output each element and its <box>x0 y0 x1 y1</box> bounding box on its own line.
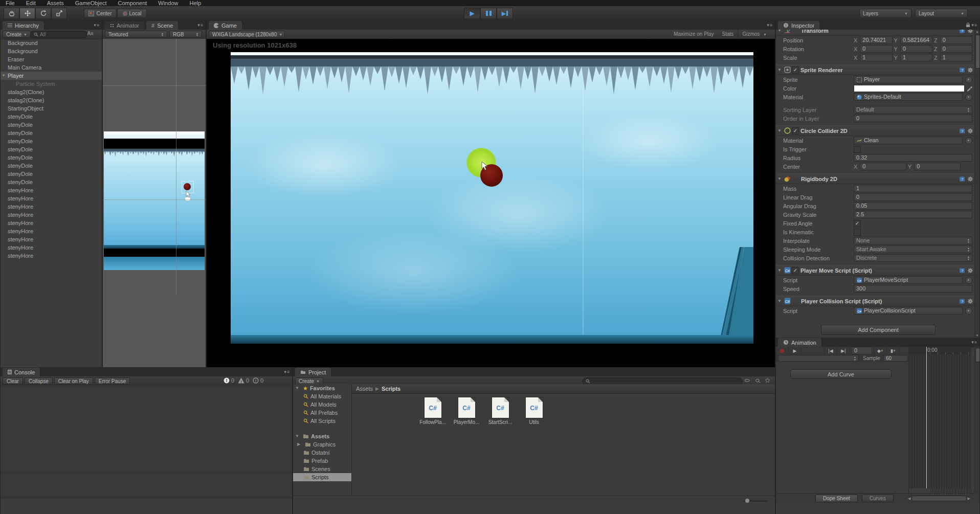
panel-menu-icon[interactable]: ▾≡ <box>197 23 204 28</box>
hierarchy-item-stenyhore[interactable]: stenyHore <box>1 243 102 252</box>
play-button[interactable]: ▶ <box>464 8 480 19</box>
scroll-right-icon[interactable]: ▶ <box>968 497 970 501</box>
y-field[interactable]: 1 <box>900 54 932 61</box>
step-button[interactable]: ▶ <box>497 8 513 19</box>
dropdown-field[interactable]: Discrete▲▼ <box>854 254 972 262</box>
foldout-icon[interactable]: ▼ <box>777 30 783 33</box>
gear-icon[interactable] <box>967 128 973 134</box>
record-button[interactable] <box>776 347 789 354</box>
breadcrumb-current[interactable]: Scripts <box>382 386 400 392</box>
tab-game[interactable]: Game <box>209 21 242 30</box>
object-picker-icon[interactable] <box>965 76 972 83</box>
favorite-all-prefabs[interactable]: All Prefabs <box>293 409 351 417</box>
thumbnail-size-slider[interactable] <box>743 500 768 502</box>
z-field[interactable]: 0 <box>940 45 972 53</box>
hierarchy-item-stenyhore[interactable]: stenyHore <box>1 186 102 194</box>
color-swatch[interactable] <box>854 85 965 92</box>
help-icon[interactable]: ? <box>959 128 965 134</box>
hierarchy-item-stenydole[interactable]: stenyDole <box>1 137 102 145</box>
search-by-label-icon[interactable] <box>745 378 751 383</box>
folder-ostatn[interactable]: Ostatní <box>293 449 351 457</box>
hierarchy-item-main-camera[interactable]: Main Camera <box>1 63 102 72</box>
hierarchy-item-stenydole[interactable]: stenyDole <box>1 113 102 121</box>
sort-filter-icon[interactable]: A≡ <box>87 31 94 36</box>
timeline-ruler[interactable]: 0:00 <box>908 347 971 355</box>
value-field[interactable]: 0 <box>854 193 972 201</box>
z-field[interactable]: 0 <box>940 36 972 44</box>
add-event-button[interactable]: ▮+ <box>887 347 900 354</box>
scale-tool-button[interactable] <box>51 8 67 19</box>
hierarchy-item-stenydole[interactable]: stenyDole <box>1 162 102 170</box>
hierarchy-item-eraser[interactable]: Eraser <box>1 55 102 63</box>
folder-scripts[interactable]: Scripts <box>293 473 351 481</box>
object-picker-icon[interactable] <box>965 307 972 315</box>
warning-count-badge[interactable]: ! 0 <box>238 377 249 384</box>
z-field[interactable]: 1 <box>940 54 972 61</box>
search-by-type-icon[interactable] <box>755 378 761 383</box>
folder-graphics[interactable]: ▶Graphics <box>293 440 351 449</box>
menu-item-edit[interactable]: Edit <box>20 0 41 6</box>
hierarchy-item-stenyhore[interactable]: stenyHore <box>1 227 102 235</box>
hierarchy-item-particle-system[interactable]: Particle System <box>1 80 102 88</box>
panel-menu-icon[interactable]: ▾≡ <box>767 23 773 28</box>
aspect-ratio-dropdown[interactable]: WXGA Landscape (1280x80▼ <box>209 31 285 38</box>
property-checkbox[interactable] <box>854 229 861 236</box>
add-keyframe-button[interactable]: ◆+ <box>874 347 887 354</box>
assets-root[interactable]: ▼Assets <box>293 432 351 440</box>
menu-item-help[interactable]: Help <box>184 0 207 6</box>
folder-prefab[interactable]: Prefab <box>293 457 351 465</box>
scroll-thumb[interactable] <box>975 348 980 362</box>
scroll-left-icon[interactable]: ◀ <box>908 497 910 501</box>
console-splitter[interactable] <box>1 473 292 473</box>
scroll-up-icon[interactable]: ▲ <box>975 30 979 33</box>
property-checkbox[interactable]: ✓ <box>854 220 861 227</box>
menu-item-gameobject[interactable]: GameObject <box>70 0 113 6</box>
tab-project[interactable]: Project <box>295 368 331 376</box>
hierarchy-item-player[interactable]: ▼Player <box>1 72 102 80</box>
collapse-button[interactable]: Collapse <box>25 377 53 385</box>
object-field[interactable]: Sprites-Default <box>854 93 963 101</box>
gear-icon[interactable] <box>967 267 973 274</box>
dope-sheet-button[interactable]: Dope Sheet <box>815 495 858 502</box>
scroll-thumb[interactable] <box>911 496 966 501</box>
pause-button[interactable] <box>480 8 497 19</box>
dope-sheet-grid[interactable] <box>908 354 971 488</box>
menu-item-assets[interactable]: Assets <box>41 0 70 6</box>
y-field[interactable]: 0 <box>914 163 961 170</box>
lock-icon[interactable] <box>966 23 970 28</box>
hierarchy-item-stenyhore[interactable]: stenyHore <box>1 235 102 243</box>
first-key-button[interactable]: |◀ <box>824 347 837 354</box>
anim-play-button[interactable]: ▶ <box>789 347 801 354</box>
object-field[interactable]: C#PlayerCollisionScript <box>854 307 963 315</box>
tab-animation[interactable]: Animation <box>778 338 821 347</box>
animation-scrollbar[interactable] <box>974 347 979 494</box>
hierarchy-item-stenydole[interactable]: stenyDole <box>1 170 102 178</box>
dropdown-field[interactable]: Start Awake▲▼ <box>854 245 972 253</box>
move-tool-button[interactable] <box>19 8 35 19</box>
hierarchy-item-stenydole[interactable]: stenyDole <box>1 153 102 162</box>
next-key-button[interactable]: ▶| <box>837 347 850 354</box>
foldout-icon[interactable]: ▼ <box>295 384 301 392</box>
value-field[interactable]: 0.05 <box>854 202 972 210</box>
error-count-badge[interactable]: ! 0 <box>224 377 234 384</box>
component-header-transform[interactable]: ▼Transform? <box>776 30 975 36</box>
pivot-center-button[interactable]: Center <box>84 9 117 18</box>
hierarchy-item-stenyhore[interactable]: stenyHore <box>1 211 102 219</box>
panel-menu-icon[interactable]: ▾≡ <box>284 369 290 374</box>
hierarchy-item-stalag2-clone[interactable]: stalag2(Clone) <box>1 88 102 96</box>
favorite-star-icon[interactable] <box>765 378 770 383</box>
menu-item-window[interactable]: Window <box>152 0 184 6</box>
panel-menu-icon[interactable]: ▾≡ <box>971 23 977 28</box>
pivot-local-button[interactable]: Local <box>117 9 147 18</box>
hand-tool-button[interactable] <box>4 8 19 19</box>
menu-item-file[interactable]: File <box>0 0 20 6</box>
hierarchy-item-stenyhore[interactable]: stenyHore <box>1 203 102 211</box>
value-field[interactable]: 300 <box>854 285 972 293</box>
tab-hierarchy[interactable]: Hierarchy <box>3 21 44 30</box>
component-enabled-checkbox[interactable]: ✓ <box>792 127 799 135</box>
breadcrumb-root[interactable]: Assets <box>356 386 373 392</box>
component-enabled-checkbox[interactable]: ✓ <box>792 66 799 74</box>
component-header-rigidbody-2d[interactable]: ▼Rigidbody 2D? <box>776 173 975 184</box>
tab-inspector[interactable]: i Inspector <box>778 21 819 30</box>
scroll-thumb[interactable] <box>975 35 980 69</box>
